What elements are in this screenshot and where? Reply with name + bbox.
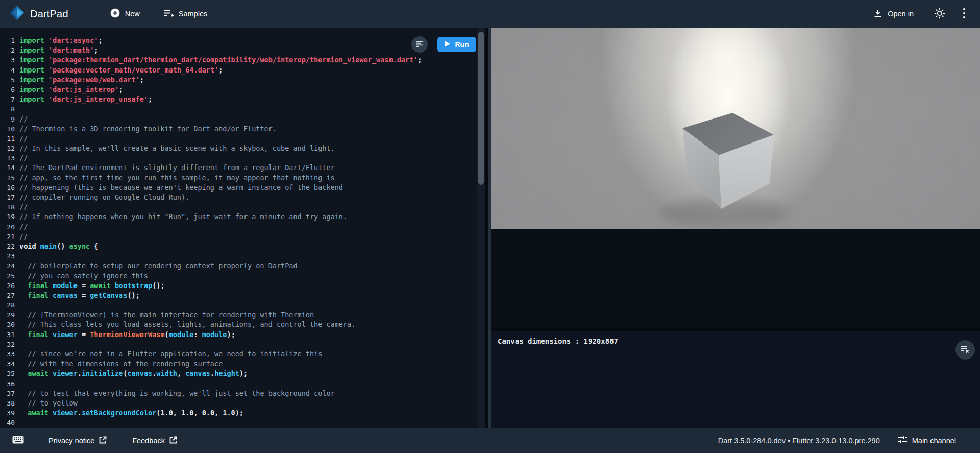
channel-label: Main channel (912, 437, 956, 445)
line-number: 22 (0, 242, 19, 251)
code-line[interactable]: 20// (0, 222, 477, 232)
play-icon (445, 40, 450, 49)
code-line[interactable]: 10// Thermion is a 3D rendering toolkit … (0, 124, 477, 134)
code-line[interactable]: 25 // you can safely ignore this (0, 271, 477, 281)
code-line[interactable]: 13// (0, 153, 477, 163)
code-line[interactable]: 8 (0, 104, 477, 114)
channel-selector[interactable]: Main channel (897, 435, 956, 446)
code-line[interactable]: 32 (0, 340, 477, 349)
code-line[interactable]: 18// (0, 202, 477, 212)
code-text: // app, so the first time you run this s… (19, 173, 335, 183)
code-line[interactable]: 26 final module = await bootstrap(); (0, 281, 477, 291)
code-line[interactable]: 21// (0, 232, 477, 242)
code-line[interactable]: 27 final canvas = getCanvas(); (0, 291, 477, 300)
code-line[interactable]: 23 (0, 251, 477, 261)
code-text: import 'dart:async'; (19, 36, 103, 45)
line-number: 29 (0, 310, 19, 320)
line-number: 24 (0, 261, 19, 271)
code-text: await viewer.initialize(canvas.width, ca… (19, 369, 248, 378)
clear-console-button[interactable] (955, 340, 975, 360)
run-button[interactable]: Run (437, 37, 476, 52)
code-line[interactable]: 33 // since we're not in a Flutter appli… (0, 349, 477, 359)
code-text: // This class lets you load assets, ligh… (19, 320, 355, 329)
code-text: // In this sample, we'll create a basic … (19, 144, 335, 153)
line-number: 25 (0, 271, 19, 281)
line-number: 26 (0, 281, 19, 291)
code-text: // with the dimensions of the rendering … (19, 359, 223, 369)
code-line[interactable]: 7import 'dart:js_interop_unsafe'; (0, 94, 477, 104)
code-line[interactable]: 6import 'dart:js_interop'; (0, 85, 477, 94)
code-line[interactable]: 22void main() async { (0, 242, 477, 251)
kebab-menu-icon (963, 8, 966, 20)
line-number: 3 (0, 55, 19, 65)
code-text: import 'dart:js_interop_unsafe'; (19, 94, 152, 104)
open-in-button[interactable]: Open in (873, 9, 914, 19)
line-number: 36 (0, 379, 19, 389)
line-number: 18 (0, 202, 19, 212)
splitter-handle[interactable] (488, 28, 491, 428)
render-canvas[interactable] (491, 28, 980, 229)
code-line[interactable]: 28 (0, 300, 477, 310)
code-line[interactable]: 9// (0, 114, 477, 124)
code-line[interactable]: 30 // This class lets you load assets, l… (0, 320, 477, 329)
code-text: // you can safely ignore this (19, 271, 148, 281)
code-text: import 'package:thermion_dart/thermion_d… (19, 55, 422, 65)
code-text: // The DartPad environment is slightly d… (19, 163, 335, 173)
tune-icon (897, 435, 908, 446)
code-text: // (19, 114, 28, 124)
code-line[interactable]: 29 // [ThermionViewer] is the main inter… (0, 310, 477, 320)
code-line[interactable]: 12// In this sample, we'll create a basi… (0, 144, 477, 153)
code-text: // Thermion is a 3D rendering toolkit fo… (19, 124, 277, 134)
external-link-icon (99, 436, 107, 445)
editor-scrollbar[interactable] (477, 28, 485, 428)
code-line[interactable]: 5import 'package:web/web.dart'; (0, 75, 477, 85)
code-line[interactable]: 19// If nothing happens when you hit "Ru… (0, 212, 477, 222)
feedback-label: Feedback (132, 437, 165, 445)
keyboard-shortcuts-button[interactable] (12, 436, 24, 445)
code-line[interactable]: 2import 'dart:math'; (0, 45, 477, 55)
samples-button[interactable]: Samples (163, 9, 207, 19)
format-button[interactable] (411, 36, 428, 53)
code-text: // (19, 222, 28, 232)
code-line[interactable]: 11// (0, 134, 477, 144)
privacy-notice-link[interactable]: Privacy notice (48, 436, 107, 445)
code-text: // to yellow (19, 398, 78, 408)
code-line[interactable]: 36 (0, 379, 477, 389)
line-number: 6 (0, 85, 19, 94)
line-number: 40 (0, 418, 19, 427)
code-line[interactable]: 3import 'package:thermion_dart/thermion_… (0, 55, 477, 65)
line-number: 2 (0, 45, 19, 55)
line-number: 28 (0, 300, 19, 310)
playlist-add-icon (163, 9, 174, 19)
overflow-menu-button[interactable] (963, 8, 966, 20)
brightness-toggle-button[interactable] (934, 8, 945, 20)
code-line[interactable]: 35 await viewer.initialize(canvas.width,… (0, 369, 477, 378)
code-line[interactable]: 16// happening (this is because we aren'… (0, 183, 477, 193)
new-button[interactable]: New (110, 8, 140, 19)
code-text: import 'package:web/web.dart'; (19, 75, 144, 85)
feedback-link[interactable]: Feedback (132, 436, 177, 445)
footer: Privacy notice Feedback Dart 3.5.0-284.0… (0, 428, 980, 453)
code-line[interactable]: 24 // boilerplate to setup our rendering… (0, 261, 477, 271)
code-line[interactable]: 39 await viewer.setBackgroundColor(1.0, … (0, 408, 477, 418)
code-text: // (19, 232, 28, 242)
code-line[interactable]: 38 // to yellow (0, 398, 477, 408)
code-line[interactable]: 1import 'dart:async'; (0, 36, 477, 45)
samples-label: Samples (179, 10, 207, 18)
line-number: 35 (0, 369, 19, 378)
code-line[interactable]: 31 final viewer = ThermionViewerWasm(mod… (0, 330, 477, 340)
code-line[interactable]: 4import 'package:vector_math/vector_math… (0, 65, 477, 75)
line-number: 34 (0, 359, 19, 369)
code-line[interactable]: 17// compiler running on Google Cloud Ru… (0, 193, 477, 202)
scrollbar-thumb[interactable] (478, 32, 484, 185)
code-line[interactable]: 40 (0, 418, 477, 427)
code-line[interactable]: 37 // to test that everything is working… (0, 389, 477, 398)
line-number: 5 (0, 75, 19, 85)
code-area[interactable]: 1import 'dart:async';2import 'dart:math'… (0, 28, 477, 428)
code-line[interactable]: 15// app, so the first time you run this… (0, 173, 477, 183)
code-line[interactable]: 14// The DartPad environment is slightly… (0, 163, 477, 173)
code-line[interactable]: 34 // with the dimensions of the renderi… (0, 359, 477, 369)
clear-console-icon (961, 345, 970, 355)
line-number: 37 (0, 389, 19, 398)
main-region: 1import 'dart:async';2import 'dart:math'… (0, 28, 980, 428)
